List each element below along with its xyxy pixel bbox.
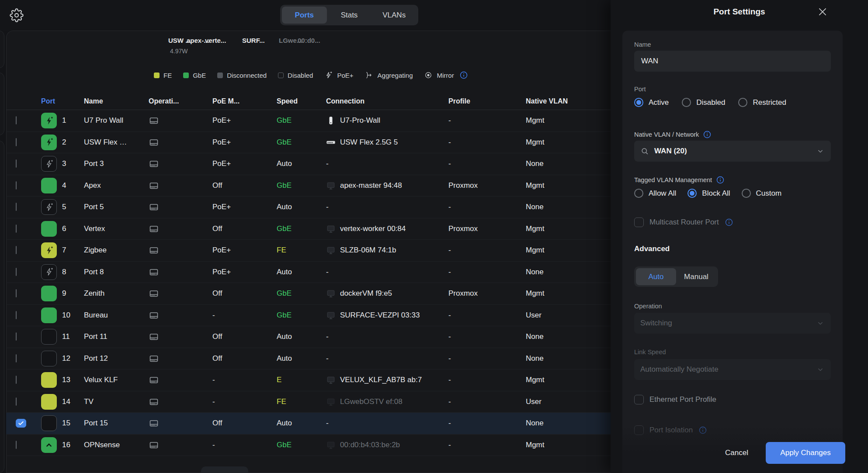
row-checkbox[interactable]	[16, 289, 17, 297]
port-status-icon	[41, 286, 57, 301]
poe-mode: -	[212, 376, 277, 384]
port-status-icon	[41, 113, 57, 128]
port-name: Zenith	[84, 289, 149, 298]
radio-dot	[742, 189, 751, 198]
operation-switching-icon	[149, 310, 159, 321]
port-name: Port 5	[84, 203, 149, 211]
profile: -	[448, 268, 526, 276]
port-number: 6	[62, 224, 84, 233]
profile: -	[448, 116, 526, 125]
port-state-label: Port	[634, 86, 646, 93]
row-checkbox[interactable]	[16, 268, 17, 276]
row-checkbox[interactable]	[16, 419, 26, 428]
speed: GbE	[277, 289, 326, 298]
row-checkbox[interactable]	[16, 332, 17, 341]
row-checkbox[interactable]	[16, 397, 17, 406]
row-checkbox[interactable]	[16, 224, 17, 233]
row-checkbox[interactable]	[16, 376, 17, 384]
connection: 00:d0:b4:03:be:2b	[326, 440, 448, 450]
chevron-down-icon	[816, 147, 825, 155]
operation-switching-icon	[149, 245, 159, 255]
column-header-speed[interactable]: Speed	[277, 97, 326, 105]
radio-active[interactable]: Active	[634, 98, 669, 107]
row-checkbox[interactable]	[16, 138, 17, 146]
radio-disabled[interactable]: Disabled	[682, 98, 725, 107]
gear-icon[interactable]	[10, 8, 24, 22]
speed: Auto	[277, 159, 326, 168]
port-status-icon	[41, 199, 57, 215]
multicast-info-icon[interactable]	[725, 218, 733, 227]
connection-device-icon	[326, 181, 336, 190]
row-checkbox[interactable]	[16, 441, 17, 449]
operation-select[interactable]: Switching	[634, 313, 831, 334]
operation-switching-icon	[149, 331, 159, 342]
row-checkbox[interactable]	[16, 203, 17, 211]
column-header-operation[interactable]: Operati...	[149, 97, 212, 105]
native-vlan-select[interactable]: WAN (20)	[634, 141, 831, 162]
legend-info-icon[interactable]	[459, 71, 468, 79]
row-checkbox[interactable]	[16, 181, 17, 190]
radio-custom[interactable]: Custom	[742, 189, 782, 198]
column-header-port[interactable]: Port	[41, 97, 84, 105]
port-settings-panel: Port Settings Name WAN Port Active Disab…	[611, 0, 868, 473]
speed: GbE	[277, 224, 326, 233]
connection-device-icon	[326, 224, 336, 234]
checkbox	[634, 218, 644, 227]
port-number: 10	[62, 311, 84, 320]
column-header-poe-mode[interactable]: PoE M...	[212, 97, 277, 105]
speed: GbE	[277, 116, 326, 125]
speed: GbE	[277, 441, 326, 449]
port-status-icon	[41, 264, 57, 280]
apply-changes-button[interactable]: Apply Changes	[766, 442, 845, 464]
profile: Proxmox	[448, 181, 526, 190]
connection: -	[326, 268, 448, 276]
legend-disconnected: Disconnected	[217, 72, 267, 79]
tab-stats[interactable]: Stats	[327, 7, 372, 24]
ethernet-port-profile-checkbox[interactable]: Ethernet Port Profile	[634, 395, 716, 404]
connection: SLZB-06M 74:1b	[326, 245, 448, 255]
toggle-auto[interactable]: Auto	[636, 268, 676, 285]
tagged-vlan-label-row: Tagged VLAN Management	[634, 176, 725, 184]
poe-power-draw: 4.97W	[170, 48, 187, 55]
native-vlan-info-icon[interactable]	[703, 130, 712, 139]
row-checkbox[interactable]	[16, 159, 17, 168]
radio-allow-all[interactable]: Allow All	[634, 189, 676, 198]
multicast-router-port-checkbox[interactable]: Multicast Router Port	[634, 218, 733, 227]
connection: -	[326, 419, 448, 428]
port-name: Zigbee	[84, 246, 149, 255]
row-checkbox[interactable]	[16, 354, 17, 363]
row-checkbox[interactable]	[16, 246, 17, 254]
port-name: Port 8	[84, 268, 149, 276]
speed: E	[277, 376, 326, 384]
port-legend: FE GbE Disconnected Disabled PoE+ Aggreg…	[154, 70, 468, 80]
port-name: OPNsense	[84, 441, 149, 449]
column-header-profile[interactable]: Profile	[448, 97, 526, 105]
legend-gbe: GbE	[183, 72, 206, 79]
close-icon[interactable]	[817, 6, 828, 17]
connection: -	[326, 332, 448, 341]
connection-device-icon	[326, 311, 336, 320]
tab-vlans[interactable]: VLANs	[372, 7, 417, 24]
row-checkbox[interactable]	[16, 116, 17, 124]
link-speed-select[interactable]: Automatically Negotiate	[634, 359, 831, 380]
radio-block-all[interactable]: Block All	[687, 189, 730, 198]
operation-switching-icon	[149, 202, 159, 212]
port-status-icon	[41, 221, 57, 237]
speed: Auto	[277, 203, 326, 211]
port-number: 4	[62, 181, 84, 190]
row-checkbox[interactable]	[16, 311, 17, 319]
column-header-name[interactable]: Name	[84, 97, 149, 105]
radio-restricted[interactable]: Restricted	[738, 98, 786, 107]
pagination-button-partial[interactable]	[201, 466, 248, 473]
aggregating-icon	[365, 71, 374, 79]
legend-disabled: Disabled	[278, 72, 313, 79]
profile: -	[448, 354, 526, 363]
tagged-vlan-info-icon[interactable]	[716, 176, 725, 184]
name-input[interactable]: WAN	[634, 51, 831, 72]
cancel-button[interactable]: Cancel	[725, 449, 748, 457]
operation-switching-icon	[149, 375, 159, 385]
tab-ports[interactable]: Ports	[282, 7, 327, 24]
port-status-icon	[41, 394, 57, 410]
toggle-manual[interactable]: Manual	[676, 268, 716, 285]
column-header-connection[interactable]: Connection	[326, 97, 448, 105]
